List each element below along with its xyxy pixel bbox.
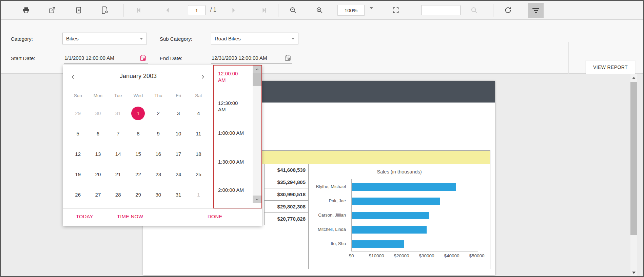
calendar-day[interactable]: 26 (68, 185, 88, 205)
time-now-button[interactable]: TIME NOW (117, 214, 143, 219)
time-option[interactable]: 12:00:00 AM (218, 70, 244, 83)
calendar-day[interactable]: 2 (148, 103, 168, 124)
day-number: 28 (111, 188, 125, 202)
calendar-day[interactable]: 23 (148, 164, 168, 185)
fit-to-page-icon (392, 6, 399, 14)
weekday-label: Sun (68, 91, 88, 100)
calendar-day[interactable]: 20 (88, 164, 108, 185)
calendar-day[interactable]: 30 (88, 103, 108, 124)
page-setup-button[interactable] (97, 3, 112, 17)
time-option[interactable]: 1:00:00 AM (218, 130, 244, 136)
calendar-day[interactable]: 4 (189, 103, 209, 124)
calendar-day[interactable]: 29 (68, 103, 88, 124)
calendar-day[interactable]: 5 (68, 124, 88, 144)
time-scrollbar[interactable] (253, 66, 261, 203)
day-number: 15 (131, 147, 145, 161)
sub-category-value: Road Bikes (215, 36, 241, 41)
calendar-day[interactable]: 13 (88, 144, 108, 164)
calendar-day[interactable]: 15 (128, 144, 148, 164)
export-button[interactable] (45, 3, 60, 17)
calendar-day[interactable]: 31 (108, 103, 128, 124)
zoom-out-button[interactable] (286, 3, 300, 17)
calendar-day[interactable]: 9 (148, 124, 168, 144)
time-option[interactable]: 1:30:00 AM (218, 159, 244, 165)
chart-tick-label: $50000 (469, 253, 484, 258)
vertical-scrollbar[interactable] (630, 74, 637, 277)
time-scroll-down-button[interactable] (253, 196, 261, 203)
first-page-button[interactable] (131, 3, 146, 17)
previous-page-button[interactable] (160, 3, 175, 17)
start-date-calendar-button[interactable] (138, 53, 147, 62)
calendar-day[interactable]: 3 (168, 103, 188, 124)
chart-tick-label: $40000 (444, 253, 459, 258)
calendar-day[interactable]: 14 (108, 144, 128, 164)
next-month-button[interactable] (197, 73, 208, 81)
time-option[interactable]: 2:00:00 AM (218, 187, 244, 193)
calendar-day[interactable]: 21 (108, 164, 128, 185)
scroll-down-icon[interactable] (632, 272, 636, 274)
zoom-dropdown-button[interactable] (370, 9, 373, 15)
next-page-button[interactable] (226, 3, 241, 17)
page-number-input[interactable] (188, 5, 206, 15)
scrollbar-thumb[interactable] (630, 82, 637, 235)
last-page-button[interactable] (257, 3, 272, 17)
report-body-button[interactable] (71, 3, 86, 17)
calendar-day[interactable]: 19 (68, 164, 88, 185)
calendar-day[interactable]: 30 (148, 185, 168, 205)
end-date-calendar-button[interactable] (283, 53, 292, 62)
refresh-button[interactable] (501, 3, 515, 17)
calendar-day[interactable]: 8 (128, 124, 148, 144)
view-report-button[interactable]: VIEW REPORT (586, 60, 635, 74)
calendar-day[interactable]: 31 (168, 185, 188, 205)
calendar-day[interactable]: 12 (68, 144, 88, 164)
calendar-day[interactable]: 29 (128, 185, 148, 205)
zoom-out-icon (289, 6, 297, 14)
calendar-day[interactable]: 18 (189, 144, 209, 164)
toolbar-separator (493, 4, 493, 17)
search-input[interactable] (421, 5, 461, 15)
filter-parameters-button[interactable] (528, 3, 544, 18)
category-dropdown[interactable]: Bikes (62, 33, 147, 44)
done-button[interactable]: DONE (208, 214, 222, 219)
time-scrollbar-thumb[interactable] (253, 73, 261, 86)
calendar-day[interactable]: 27 (88, 185, 108, 205)
chart-bar (352, 183, 456, 191)
calendar-day[interactable]: 22 (128, 164, 148, 185)
today-button[interactable]: TODAY (76, 214, 93, 219)
day-number: 8 (131, 127, 145, 141)
zoom-level-display[interactable]: 100% (337, 5, 365, 16)
day-number: 12 (71, 147, 85, 161)
day-number: 30 (91, 107, 105, 120)
fit-to-page-button[interactable] (388, 3, 403, 17)
start-date-input[interactable] (64, 52, 148, 64)
time-list-panel: 12:00:00 AM12:30:00 AM1:00:00 AM1:30:00 … (213, 65, 262, 208)
toolbar-separator (123, 4, 124, 17)
calendar-day[interactable]: 25 (189, 164, 209, 185)
calendar-day[interactable]: 28 (108, 185, 128, 205)
day-number: 6 (91, 127, 105, 141)
day-number: 29 (71, 107, 85, 120)
calendar-clock-icon (284, 54, 291, 61)
time-option[interactable]: 12:30:00 AM (218, 100, 244, 113)
zoom-in-button[interactable] (312, 3, 327, 17)
chart-category-label: Ito, Shu (309, 241, 346, 246)
calendar-day[interactable]: 17 (168, 144, 188, 164)
calendar-day[interactable]: 16 (148, 144, 168, 164)
search-button[interactable] (467, 3, 482, 17)
calendar-month-title[interactable]: January 2003 (63, 73, 213, 80)
day-number: 26 (71, 188, 85, 202)
print-button[interactable] (19, 3, 34, 17)
calendar-day[interactable]: 1 (128, 103, 148, 124)
calendar-day[interactable]: 1 (189, 185, 209, 205)
calendar-day[interactable]: 24 (168, 164, 188, 185)
sub-category-dropdown[interactable]: Road Bikes (211, 33, 298, 44)
search-icon (470, 6, 478, 14)
time-scroll-up-button[interactable] (253, 66, 261, 73)
end-date-input[interactable] (211, 52, 292, 64)
calendar-day[interactable]: 7 (108, 124, 128, 144)
calendar-day[interactable]: 11 (189, 124, 209, 144)
calendar-day[interactable]: 10 (168, 124, 188, 144)
calendar-grid: 2930311234567891011121314151617181920212… (68, 103, 209, 205)
scroll-up-icon[interactable] (632, 77, 636, 79)
calendar-day[interactable]: 6 (88, 124, 108, 144)
